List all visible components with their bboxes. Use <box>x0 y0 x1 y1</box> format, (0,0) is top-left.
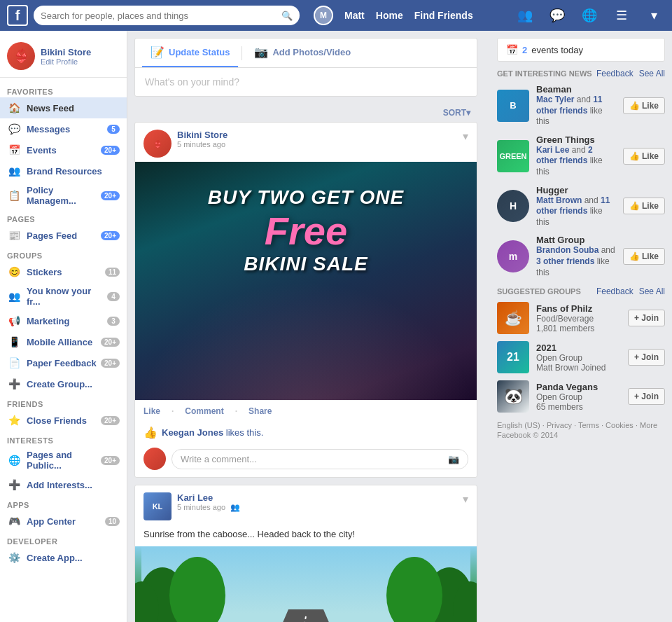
green-things-like-button[interactable]: 👍 Like <box>623 148 665 165</box>
marketing-badge: 3 <box>107 317 120 326</box>
facebook-logo[interactable]: f <box>7 5 28 26</box>
matt-other-link[interactable]: 3 other friends <box>536 256 594 266</box>
philz-name: Fans of Philz <box>536 303 621 314</box>
comment-input-box[interactable]: Write a comment... 📷 <box>172 449 468 469</box>
post2-options-chevron[interactable]: ▾ <box>463 492 468 506</box>
sidebar-item-close-friends[interactable]: ⭐ Close Friends 20+ <box>0 410 127 431</box>
cookies-link[interactable]: Cookies <box>606 421 634 429</box>
you-know-icon: 👥 <box>7 289 21 303</box>
post-time: 5 minutes ago <box>177 140 463 148</box>
groups-feedback-link[interactable]: Feedback <box>596 286 634 296</box>
brandon-souba-link[interactable]: Brandon Souba <box>536 245 598 255</box>
events-box[interactable]: 📅 2 events today <box>497 38 665 62</box>
beaman-name: Beaman <box>536 84 616 95</box>
comment-action[interactable]: Comment <box>185 406 223 416</box>
sidebar-item-brand-resources[interactable]: 👥 Brand Resources <box>0 160 127 181</box>
groups-see-all-link[interactable]: See All <box>639 286 665 296</box>
philz-join-button[interactable]: + Join <box>628 310 665 326</box>
sidebar-item-pages-public[interactable]: 🌐 Pages and Public... 20+ <box>0 446 127 474</box>
sidebar-item-messages[interactable]: 💬 Messages 5 <box>0 118 127 139</box>
post-author-avatar: 👙 <box>144 130 172 158</box>
chevron-down-icon[interactable]: ▾ <box>643 4 665 27</box>
update-status-tab[interactable]: 📝 Update Status <box>142 39 238 67</box>
policy-icon: 📋 <box>7 188 21 202</box>
post-options-chevron[interactable]: ▾ <box>463 130 468 143</box>
post-card-kari-lee: KL Kari Lee 5 minutes ago 👥 ▾ Sunrise fr… <box>134 485 477 622</box>
topnav-find-friends-link[interactable]: Find Friends <box>414 10 473 21</box>
hugger-avatar: H <box>497 190 529 222</box>
post-author-name[interactable]: Bikini Store <box>177 130 463 140</box>
panda-avatar: 🐼 <box>497 380 529 413</box>
brand-resources-label: Brand Resources <box>27 166 120 177</box>
terms-link[interactable]: Terms <box>578 421 599 429</box>
matt-group-like-button[interactable]: 👍 Like <box>623 248 665 265</box>
news-item-beaman: B Beaman Mac Tyler and 11 other friends … <box>497 84 665 127</box>
see-all-link[interactable]: See All <box>639 69 665 78</box>
notifications-icon[interactable]: 🌐 <box>578 4 601 27</box>
suggested-group-panda-vegans: 🐼 Panda Vegans Open Group 65 members + J… <box>497 380 665 413</box>
panda-join-button[interactable]: + Join <box>628 388 665 405</box>
liker-name-link[interactable]: Keegan Jones <box>162 427 223 438</box>
feedback-link[interactable]: Feedback <box>596 69 634 78</box>
messages-icon[interactable]: 💬 <box>546 4 568 27</box>
matt-brown-link[interactable]: Matt Brown <box>536 195 582 205</box>
sidebar-item-create-app[interactable]: ⚙️ Create App... <box>0 547 127 568</box>
sidebar-item-paper-feedback[interactable]: 📄 Paper Feedback 20+ <box>0 352 127 373</box>
beaman-like-button[interactable]: 👍 Like <box>623 97 665 114</box>
sidebar-item-marketing[interactable]: 📢 Marketing 3 <box>0 310 127 331</box>
pages-public-label: Pages and Public... <box>27 450 101 471</box>
privacy-link[interactable]: Privacy <box>547 421 572 429</box>
pages-label: PAGES <box>0 209 127 225</box>
panda-info: Panda Vegans Open Group 65 members <box>536 382 621 412</box>
search-input[interactable] <box>41 11 279 21</box>
sort-bar[interactable]: SORT ▾ <box>134 104 477 122</box>
sidebar-item-app-center[interactable]: 🎮 App Center 10 <box>0 511 127 532</box>
road-image <box>135 546 477 622</box>
buy-two-text: BUY TWO GET ONE <box>169 186 442 209</box>
sidebar-item-mobile-alliance[interactable]: 📱 Mobile Alliance 20+ <box>0 331 127 352</box>
news-feed-icon: 🏠 <box>7 101 21 115</box>
green-things-info: Green Things Kari Lee and 2 other friend… <box>536 134 616 178</box>
sidebar-item-policy[interactable]: 📋 Policy Managem... 20+ <box>0 181 127 209</box>
edit-profile-link[interactable]: Edit Profile <box>41 57 91 66</box>
profile-section[interactable]: 👙 Bikini Store Edit Profile <box>0 36 127 78</box>
sidebar-item-you-know[interactable]: 👥 You know your fr... 4 <box>0 282 127 310</box>
events-sidebar-icon: 📅 <box>7 143 21 157</box>
panda-members: 65 members <box>536 402 621 412</box>
topnav-home-link[interactable]: Home <box>376 10 403 21</box>
messages-sidebar-icon: 💬 <box>7 122 21 136</box>
more-link[interactable]: More <box>640 421 657 429</box>
favorites-label: FAVORITES <box>0 82 127 97</box>
post2-author-name[interactable]: Kari Lee <box>177 492 463 503</box>
messages-label: Messages <box>27 124 107 134</box>
status-tab-icon: 📝 <box>150 46 164 59</box>
green-things-name: Green Things <box>536 134 616 145</box>
sidebar-item-add-interests[interactable]: ➕ Add Interests... <box>0 474 127 495</box>
you-know-badge: 4 <box>107 292 120 301</box>
avatar[interactable]: M <box>314 6 333 25</box>
status-input[interactable]: What's on your mind? <box>135 68 477 96</box>
kari-lee-link[interactable]: Kari Lee <box>536 145 569 155</box>
sidebar-item-news-feed[interactable]: 🏠 News Feed <box>0 97 127 118</box>
2021-join-button[interactable]: + Join <box>628 349 665 366</box>
like-action[interactable]: Like <box>144 406 160 416</box>
sidebar-item-events[interactable]: 📅 Events 20+ <box>0 139 127 160</box>
sidebar-item-create-group[interactable]: ➕ Create Group... <box>0 373 127 394</box>
settings-icon[interactable]: ☰ <box>610 4 633 27</box>
status-placeholder: What's on your mind? <box>145 76 239 88</box>
sidebar-item-stickers[interactable]: 😊 Stickers 11 <box>0 261 127 282</box>
hugger-like-button[interactable]: 👍 Like <box>623 198 665 214</box>
friend-requests-icon[interactable]: 👥 <box>514 4 536 27</box>
mac-tyler-link[interactable]: Mac Tyler <box>536 95 574 104</box>
search-box[interactable]: 🔍 <box>34 6 300 25</box>
add-photos-tab[interactable]: 📷 Add Photos/Video <box>246 39 359 67</box>
share-action[interactable]: Share <box>248 406 272 416</box>
pages-public-icon: 🌐 <box>7 453 21 467</box>
post-image-content: BUY TWO GET ONE Free BIKINI SALE <box>135 162 477 400</box>
marketing-icon: 📢 <box>7 314 21 328</box>
topnav-user-name[interactable]: Matt <box>344 10 365 21</box>
suggested-group-2021: 21 2021 Open Group Matt Brown Joined + J… <box>497 341 665 373</box>
panda-name: Panda Vegans <box>536 382 621 392</box>
tab-divider <box>241 46 242 60</box>
sidebar-item-pages-feed[interactable]: 📰 Pages Feed 20+ <box>0 225 127 246</box>
